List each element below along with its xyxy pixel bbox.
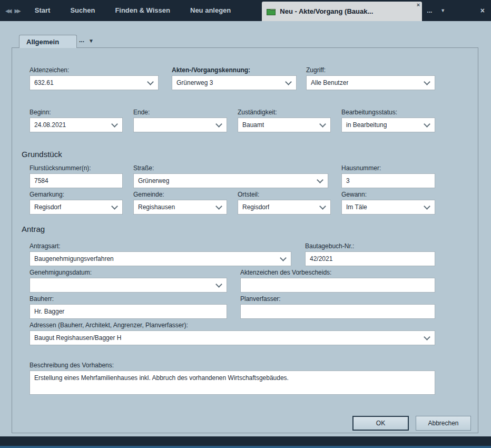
ende-label: Ende: [133,109,227,116]
genehmigungsdatum-label: Genehmigungsdatum: [30,269,227,276]
antragsart-combobox[interactable]: Baugenehmigungsverfahren [30,251,291,266]
folder-icon [267,8,276,15]
bautagebuch-input[interactable] [305,251,435,266]
strasse-label: Straße: [133,164,328,172]
tabstrip-dropdown-icon[interactable]: ▼ [89,38,94,44]
strasse-value: Grünerweg [138,177,169,184]
cancel-button[interactable]: Abbrechen [416,416,471,431]
ortsteil-label: Ortsteil: [238,191,331,198]
chevron-down-icon [319,203,326,210]
aktenzeichen-combobox[interactable]: 632.61 [30,75,159,90]
zugriff-value: Alle Benutzer [311,79,348,86]
ende-combobox[interactable] [133,118,227,132]
field-hausnummer: Hausnummer: [341,164,435,188]
titlebar: ◀◀ ▶▶ Start Suchen Finden & Wissen Neu a… [0,0,491,21]
beginn-label: Beginn: [30,109,123,116]
beginn-combobox[interactable]: 24.08.2021 [30,118,123,132]
chevron-down-icon [424,121,430,128]
field-aktenzeichen: Aktenzeichen: 632.61 [30,66,159,90]
adressen-combobox[interactable]: Baugut Regishausen/Bagger H [30,330,435,345]
field-gemeinde: Gemeinde: Regishausen [133,191,227,215]
beschreibung-label: Beschreibung des Vorhabens: [30,362,435,369]
gemeinde-combobox[interactable]: Regishausen [133,200,227,215]
chevron-down-icon [317,177,323,183]
adressen-value: Baugut Regishausen/Bagger H [34,334,121,342]
ribbon-tab-finden-wissen[interactable]: Finden & Wissen [105,0,180,21]
bearbeitungsstatus-combobox[interactable]: in Bearbeitung [341,118,435,132]
gemarkung-combobox[interactable]: Regisdorf [30,200,123,215]
vorbescheid-label: Aktenzeichen des Vorbescheids: [240,269,435,276]
ribbon-tab-neu-anlegen[interactable]: Neu anlegen [180,0,241,21]
zustaendigkeit-combobox[interactable]: Bauamt [238,118,331,132]
gewann-combobox[interactable]: Im Täle [341,200,435,215]
flurstuecksnummer-label: Flurstücksnummer(n): [30,164,123,172]
chevron-down-icon [111,121,118,128]
tabstrip-overflow[interactable]: ... [79,36,84,44]
titlebar-overflow[interactable]: ... [427,7,432,14]
field-bearbeitungsstatus: Bearbeitungsstatus: in Bearbeitung [341,109,435,132]
field-adressen: Adressen (Bauherr, Architekt, Angrenzer,… [30,322,435,345]
field-beginn: Beginn: 24.08.2021 [30,109,123,132]
planverfasser-label: Planverfasser: [240,295,435,303]
field-bautagebuch: Bautagebuch-Nr.: [305,242,435,266]
zustaendigkeit-label: Zuständigkeit: [238,109,331,116]
flurstuecksnummer-input[interactable] [30,173,123,188]
zustaendigkeit-value: Bauamt [242,121,264,129]
nav-back-icon[interactable]: ◀◀ [5,8,10,14]
field-strasse: Straße: Grünerweg [133,164,328,188]
field-planverfasser: Planverfasser: [240,295,435,319]
chevron-down-icon [111,203,118,210]
document-tab-close-icon[interactable]: × [417,2,420,8]
chevron-down-icon [424,79,430,85]
field-vorbescheid: Aktenzeichen des Vorbescheids: [240,269,435,293]
beginn-value: 24.08.2021 [34,121,66,129]
gemeinde-label: Gemeinde: [133,191,227,198]
chevron-down-icon [319,121,326,128]
chevron-down-icon [215,281,222,288]
nav-forward-icon[interactable]: ▶▶ [14,8,19,14]
ribbon-tab-suchen[interactable]: Suchen [60,0,105,21]
document-tab-title: Neu - Akte/Vorgang (Bauak... [280,7,373,15]
hausnummer-input[interactable] [341,173,435,188]
hausnummer-label: Hausnummer: [341,164,435,172]
beschreibung-textarea[interactable]: Erstellung eines Mehrfamilienhauses inkl… [30,371,435,395]
app-window: ◀◀ ▶▶ Start Suchen Finden & Wissen Neu a… [0,0,491,448]
ribbon-tab-start[interactable]: Start [25,0,61,21]
antragsart-label: Antragsart: [30,242,291,250]
zugriff-combobox[interactable]: Alle Benutzer [306,75,435,90]
bearbeitungsstatus-label: Bearbeitungsstatus: [341,109,435,116]
strasse-combobox[interactable]: Grünerweg [133,173,328,188]
field-kennung: Akten-/Vorgangskennung: Grünerweg 3 [172,66,297,90]
genehmigungsdatum-combobox[interactable] [30,278,227,293]
gewann-value: Im Täle [346,203,367,211]
field-zugriff: Zugriff: Alle Benutzer [306,66,435,90]
gewann-label: Gewann: [341,191,435,198]
ortsteil-combobox[interactable]: Regisdorf [238,200,331,215]
bottom-bar [0,436,491,448]
vorbescheid-input[interactable] [240,278,435,293]
field-ortsteil: Ortsteil: Regisdorf [238,191,331,215]
window-close-icon[interactable]: × [480,6,485,15]
titlebar-dropdown-icon[interactable]: ▼ [440,8,445,13]
field-gewann: Gewann: Im Täle [341,191,435,215]
bauherr-input[interactable] [30,304,227,319]
field-flurstuecksnummer: Flurstücksnummer(n): [30,164,123,188]
ribbon-tabs: Start Suchen Finden & Wissen Neu anlegen [25,0,241,21]
aktenzeichen-value: 632.61 [34,79,54,86]
bautagebuch-label: Bautagebuch-Nr.: [305,242,435,250]
kennung-label: Akten-/Vorgangskennung: [172,66,297,74]
chevron-down-icon [424,334,430,340]
kennung-combobox[interactable]: Grünerweg 3 [172,75,297,90]
field-bauherr: Bauherr: [30,295,227,319]
field-ende: Ende: [133,109,227,132]
ok-button[interactable]: OK [352,416,409,431]
section-grundstueck: Grundstück [22,150,62,159]
document-tab[interactable]: Neu - Akte/Vorgang (Bauak... × [262,2,422,21]
planverfasser-input[interactable] [240,304,435,319]
gemarkung-value: Regisdorf [34,203,61,211]
antragsart-value: Baugenehmigungsverfahren [34,255,114,262]
gemeinde-value: Regishausen [138,203,175,211]
tab-allgemein[interactable]: Allgemein [19,35,77,48]
nav-arrows: ◀◀ ▶▶ [0,8,25,14]
chevron-down-icon [280,255,287,261]
